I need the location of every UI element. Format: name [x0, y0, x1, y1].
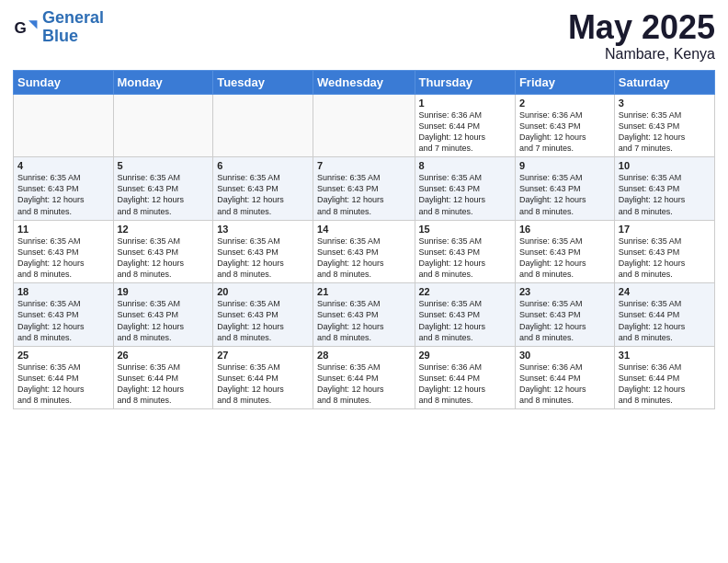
day-number: 21	[317, 286, 410, 297]
calendar-cell: 18Sunrise: 6:35 AM Sunset: 6:43 PM Dayli…	[14, 283, 114, 347]
calendar-cell: 22Sunrise: 6:35 AM Sunset: 6:43 PM Dayli…	[415, 283, 515, 347]
day-info: Sunrise: 6:35 AM Sunset: 6:43 PM Dayligh…	[217, 172, 309, 217]
calendar-header-wednesday: Wednesday	[313, 70, 415, 94]
logo-icon: G	[13, 15, 39, 40]
calendar-cell	[213, 94, 313, 157]
logo-general: General	[42, 8, 104, 27]
day-info: Sunrise: 6:35 AM Sunset: 6:43 PM Dayligh…	[619, 236, 711, 281]
day-info: Sunrise: 6:35 AM Sunset: 6:44 PM Dayligh…	[619, 298, 711, 343]
day-number: 11	[17, 224, 109, 235]
day-number: 16	[519, 224, 610, 235]
calendar-cell	[113, 94, 213, 157]
day-info: Sunrise: 6:35 AM Sunset: 6:43 PM Dayligh…	[419, 236, 511, 281]
logo-text: General Blue	[42, 9, 104, 46]
day-number: 2	[519, 98, 610, 109]
page: G General Blue May 2025 Nambare, Kenya S…	[0, 0, 728, 563]
calendar-cell: 1Sunrise: 6:36 AM Sunset: 6:44 PM Daylig…	[415, 94, 515, 157]
day-info: Sunrise: 6:35 AM Sunset: 6:44 PM Dayligh…	[17, 362, 109, 407]
calendar-cell: 3Sunrise: 6:35 AM Sunset: 6:43 PM Daylig…	[614, 94, 714, 157]
calendar-header-row: SundayMondayTuesdayWednesdayThursdayFrid…	[14, 70, 715, 94]
calendar-cell: 10Sunrise: 6:35 AM Sunset: 6:43 PM Dayli…	[614, 157, 714, 221]
day-info: Sunrise: 6:35 AM Sunset: 6:43 PM Dayligh…	[118, 236, 210, 281]
calendar-header-thursday: Thursday	[415, 70, 515, 94]
day-number: 24	[619, 286, 711, 297]
day-number: 6	[217, 160, 309, 171]
calendar-cell: 11Sunrise: 6:35 AM Sunset: 6:43 PM Dayli…	[14, 220, 114, 283]
day-info: Sunrise: 6:35 AM Sunset: 6:43 PM Dayligh…	[118, 172, 210, 217]
calendar-week-row: 18Sunrise: 6:35 AM Sunset: 6:43 PM Dayli…	[14, 283, 715, 347]
calendar-week-row: 25Sunrise: 6:35 AM Sunset: 6:44 PM Dayli…	[14, 346, 715, 409]
day-number: 20	[217, 286, 309, 297]
day-number: 26	[118, 350, 210, 361]
calendar-cell: 21Sunrise: 6:35 AM Sunset: 6:43 PM Dayli…	[313, 283, 415, 347]
day-number: 12	[118, 224, 210, 235]
calendar-cell	[313, 94, 415, 157]
title-block: May 2025 Nambare, Kenya	[568, 9, 715, 63]
day-number: 29	[419, 350, 511, 361]
calendar-cell: 30Sunrise: 6:36 AM Sunset: 6:44 PM Dayli…	[515, 346, 614, 409]
day-info: Sunrise: 6:36 AM Sunset: 6:44 PM Dayligh…	[519, 362, 610, 407]
day-number: 4	[17, 160, 109, 171]
calendar-cell	[14, 94, 114, 157]
day-number: 23	[519, 286, 610, 297]
day-info: Sunrise: 6:35 AM Sunset: 6:44 PM Dayligh…	[217, 362, 309, 407]
calendar-header-monday: Monday	[113, 70, 213, 94]
day-info: Sunrise: 6:35 AM Sunset: 6:43 PM Dayligh…	[317, 236, 410, 281]
calendar-cell: 2Sunrise: 6:36 AM Sunset: 6:43 PM Daylig…	[515, 94, 614, 157]
calendar-cell: 24Sunrise: 6:35 AM Sunset: 6:44 PM Dayli…	[614, 283, 714, 347]
calendar-cell: 27Sunrise: 6:35 AM Sunset: 6:44 PM Dayli…	[213, 346, 313, 409]
day-number: 7	[317, 160, 410, 171]
logo: G General Blue	[13, 9, 104, 46]
calendar-cell: 29Sunrise: 6:36 AM Sunset: 6:44 PM Dayli…	[415, 346, 515, 409]
day-info: Sunrise: 6:36 AM Sunset: 6:44 PM Dayligh…	[419, 362, 511, 407]
calendar-cell: 25Sunrise: 6:35 AM Sunset: 6:44 PM Dayli…	[14, 346, 114, 409]
day-number: 22	[419, 286, 511, 297]
day-number: 8	[419, 160, 511, 171]
calendar-header-friday: Friday	[515, 70, 614, 94]
day-number: 27	[217, 350, 309, 361]
day-info: Sunrise: 6:35 AM Sunset: 6:43 PM Dayligh…	[519, 236, 610, 281]
day-info: Sunrise: 6:35 AM Sunset: 6:43 PM Dayligh…	[317, 172, 410, 217]
day-number: 15	[419, 224, 511, 235]
calendar-cell: 8Sunrise: 6:35 AM Sunset: 6:43 PM Daylig…	[415, 157, 515, 221]
calendar-cell: 9Sunrise: 6:35 AM Sunset: 6:43 PM Daylig…	[515, 157, 614, 221]
day-info: Sunrise: 6:35 AM Sunset: 6:43 PM Dayligh…	[118, 298, 210, 343]
day-number: 9	[519, 160, 610, 171]
calendar-cell: 20Sunrise: 6:35 AM Sunset: 6:43 PM Dayli…	[213, 283, 313, 347]
day-number: 30	[519, 350, 610, 361]
calendar-cell: 16Sunrise: 6:35 AM Sunset: 6:43 PM Dayli…	[515, 220, 614, 283]
day-info: Sunrise: 6:35 AM Sunset: 6:44 PM Dayligh…	[118, 362, 210, 407]
calendar-cell: 5Sunrise: 6:35 AM Sunset: 6:43 PM Daylig…	[113, 157, 213, 221]
day-info: Sunrise: 6:35 AM Sunset: 6:43 PM Dayligh…	[17, 298, 109, 343]
calendar-cell: 6Sunrise: 6:35 AM Sunset: 6:43 PM Daylig…	[213, 157, 313, 221]
calendar-week-row: 4Sunrise: 6:35 AM Sunset: 6:43 PM Daylig…	[14, 157, 715, 221]
day-number: 3	[619, 98, 711, 109]
day-info: Sunrise: 6:35 AM Sunset: 6:43 PM Dayligh…	[217, 236, 309, 281]
calendar-table: SundayMondayTuesdayWednesdayThursdayFrid…	[13, 70, 715, 410]
day-info: Sunrise: 6:35 AM Sunset: 6:43 PM Dayligh…	[419, 172, 511, 217]
header: G General Blue May 2025 Nambare, Kenya	[13, 9, 715, 63]
day-info: Sunrise: 6:35 AM Sunset: 6:43 PM Dayligh…	[519, 172, 610, 217]
day-info: Sunrise: 6:35 AM Sunset: 6:43 PM Dayligh…	[17, 172, 109, 217]
calendar-cell: 4Sunrise: 6:35 AM Sunset: 6:43 PM Daylig…	[14, 157, 114, 221]
calendar-cell: 26Sunrise: 6:35 AM Sunset: 6:44 PM Dayli…	[113, 346, 213, 409]
day-number: 10	[619, 160, 711, 171]
day-number: 5	[118, 160, 210, 171]
day-number: 13	[217, 224, 309, 235]
calendar-cell: 15Sunrise: 6:35 AM Sunset: 6:43 PM Dayli…	[415, 220, 515, 283]
day-info: Sunrise: 6:35 AM Sunset: 6:43 PM Dayligh…	[519, 298, 610, 343]
day-info: Sunrise: 6:35 AM Sunset: 6:43 PM Dayligh…	[419, 298, 511, 343]
calendar-cell: 7Sunrise: 6:35 AM Sunset: 6:43 PM Daylig…	[313, 157, 415, 221]
day-number: 19	[118, 286, 210, 297]
day-info: Sunrise: 6:35 AM Sunset: 6:43 PM Dayligh…	[217, 298, 309, 343]
day-info: Sunrise: 6:35 AM Sunset: 6:43 PM Dayligh…	[17, 236, 109, 281]
calendar-week-row: 1Sunrise: 6:36 AM Sunset: 6:44 PM Daylig…	[14, 94, 715, 157]
calendar-cell: 28Sunrise: 6:35 AM Sunset: 6:44 PM Dayli…	[313, 346, 415, 409]
day-number: 14	[317, 224, 410, 235]
day-number: 1	[419, 98, 511, 109]
calendar-cell: 31Sunrise: 6:36 AM Sunset: 6:44 PM Dayli…	[614, 346, 714, 409]
day-info: Sunrise: 6:35 AM Sunset: 6:43 PM Dayligh…	[317, 298, 410, 343]
day-number: 28	[317, 350, 410, 361]
logo-blue: Blue	[42, 27, 78, 45]
day-info: Sunrise: 6:35 AM Sunset: 6:44 PM Dayligh…	[317, 362, 410, 407]
